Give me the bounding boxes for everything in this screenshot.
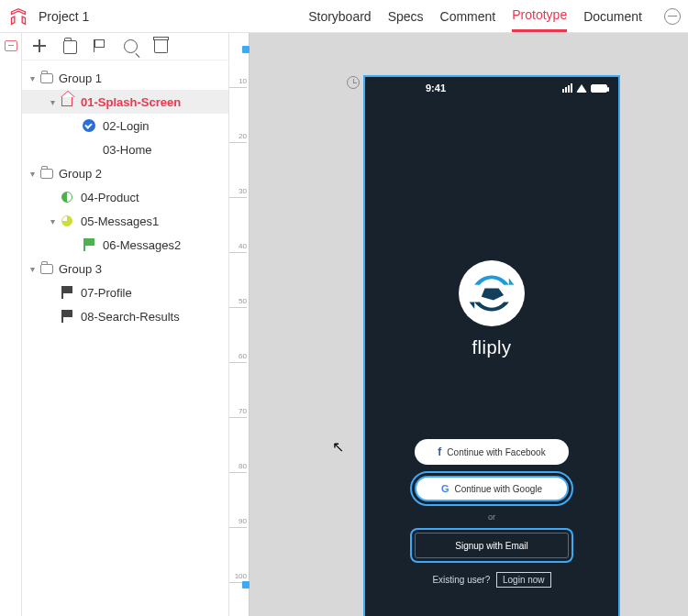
caret-icon[interactable]: ▾ [28, 73, 37, 83]
existing-user-row: Existing user? Login now [432, 575, 550, 585]
item-label: 01-Splash-Screen [81, 95, 181, 109]
cursor-icon: ↖ [332, 438, 344, 456]
group-label: Group 3 [59, 262, 102, 276]
sidebar: ▾ Group 1 ▾ 01-Splash-Screen ▾ 02-Login … [22, 33, 229, 616]
folder-icon [40, 264, 53, 274]
ruler-tick: 10 [239, 77, 247, 85]
ruler-tick: 60 [239, 352, 247, 360]
app-logo[interactable] [9, 7, 28, 26]
progress-half-icon [61, 191, 73, 204]
fliply-logo-icon [459, 260, 525, 326]
item-label: 05-Messages1 [81, 214, 159, 228]
continue-facebook-button[interactable]: f Continue with Facebook [415, 439, 569, 465]
ruler-tick: 90 [239, 517, 247, 525]
button-label: Continue with Google [454, 484, 542, 494]
continue-google-button[interactable]: G Continue with Google [415, 476, 569, 501]
left-rail [0, 33, 22, 616]
progress-q3-icon [61, 214, 73, 227]
tree-item-splash[interactable]: ▾ 01-Splash-Screen [22, 90, 228, 114]
or-divider: or [488, 512, 495, 522]
project-title[interactable]: Project 1 [39, 9, 89, 24]
tab-comment[interactable]: Comment [440, 2, 496, 31]
flag-dark-icon [61, 310, 73, 323]
top-tabs: Storyboard Specs Comment Prototype Docum… [308, 0, 681, 32]
add-icon[interactable] [33, 39, 47, 53]
vertical-ruler: 10 20 30 40 50 60 70 80 90 100 [229, 33, 250, 616]
tree-group-1[interactable]: ▾ Group 1 [22, 66, 228, 90]
tree-item-home[interactable]: ▾ 03-Home [22, 138, 228, 161]
artboard-splash[interactable]: 9:41 fliply f Continu [363, 75, 620, 616]
home-icon [61, 95, 73, 108]
signup-email-button[interactable]: Signup with Email [415, 533, 569, 558]
ruler-tick: 50 [239, 297, 247, 305]
tree-item-product[interactable]: ▾ 04-Product [22, 185, 228, 209]
item-label: 03-Home [103, 143, 151, 157]
caret-icon[interactable]: ▾ [48, 216, 57, 226]
folder-icon [40, 73, 53, 83]
new-folder-icon[interactable] [63, 40, 77, 54]
tab-storyboard[interactable]: Storyboard [308, 2, 371, 31]
item-label: 02-Login [103, 119, 150, 133]
item-label: 06-Messages2 [103, 238, 181, 252]
signal-icon [562, 83, 572, 93]
tree-group-3[interactable]: ▾ Group 3 [22, 257, 228, 280]
button-label: Signup with Email [455, 541, 527, 551]
tree-item-login[interactable]: ▾ 02-Login [22, 114, 228, 138]
flag-dark-icon [61, 286, 73, 299]
caret-icon[interactable]: ▾ [28, 169, 37, 179]
tree-group-2[interactable]: ▾ Group 2 [22, 161, 228, 185]
flag-green-icon [83, 238, 95, 251]
tree-item-messages2[interactable]: ▾ 06-Messages2 [22, 233, 228, 257]
history-icon[interactable] [347, 76, 360, 89]
tree-item-profile[interactable]: ▾ 07-Profile [22, 280, 228, 304]
caret-icon[interactable]: ▾ [48, 97, 57, 107]
sidebar-toolbar [22, 33, 228, 60]
item-label: 04-Product [81, 191, 139, 204]
ruler-tick: 40 [239, 242, 247, 250]
wifi-icon [576, 84, 587, 93]
group-label: Group 1 [59, 72, 102, 85]
ruler-marker-icon[interactable] [242, 46, 250, 53]
panel-toggle-icon[interactable] [5, 40, 17, 51]
flag-icon[interactable] [94, 39, 107, 53]
google-icon: G [441, 483, 449, 494]
canvas[interactable]: 10 20 30 40 50 60 70 80 90 100 9:41 [229, 33, 688, 616]
ruler-tick: 20 [239, 132, 247, 140]
brand-label: fliply [365, 337, 618, 358]
status-time: 9:41 [404, 82, 562, 94]
collapse-icon[interactable] [664, 8, 681, 25]
ruler-tick: 70 [239, 407, 247, 415]
ruler-tick: 100 [235, 572, 247, 580]
tree-item-messages1[interactable]: ▾ 05-Messages1 [22, 209, 228, 233]
facebook-icon: f [438, 446, 441, 458]
battery-icon [591, 84, 607, 93]
blank-icon [83, 143, 95, 156]
tab-specs[interactable]: Specs [388, 2, 424, 31]
caret-icon[interactable]: ▾ [28, 264, 37, 274]
button-label: Continue with Facebook [447, 447, 545, 457]
delete-icon[interactable] [154, 39, 168, 53]
layer-tree: ▾ Group 1 ▾ 01-Splash-Screen ▾ 02-Login … [22, 60, 228, 334]
ruler-tick: 30 [239, 187, 247, 195]
item-label: 07-Profile [81, 286, 132, 300]
item-label: 08-Search-Results [81, 310, 180, 324]
status-bar: 9:41 [365, 77, 618, 99]
folder-icon [40, 169, 53, 179]
search-icon[interactable] [124, 39, 138, 53]
check-icon [83, 119, 95, 132]
tab-document[interactable]: Document [583, 2, 642, 31]
tab-prototype[interactable]: Prototype [512, 0, 567, 32]
login-now-button[interactable]: Login now [496, 572, 551, 588]
group-label: Group 2 [59, 167, 102, 181]
ruler-marker-icon[interactable] [242, 581, 250, 588]
existing-label: Existing user? [432, 575, 490, 585]
tree-item-search-results[interactable]: ▾ 08-Search-Results [22, 304, 228, 328]
ruler-tick: 80 [239, 462, 247, 470]
